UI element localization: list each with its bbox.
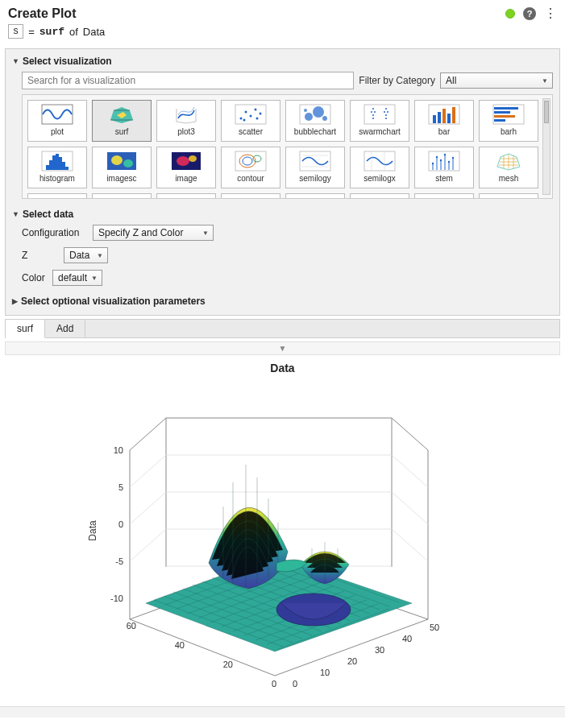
svg-point-13	[313, 106, 324, 118]
z-label: Z	[22, 250, 46, 261]
select-visualization-header[interactable]: ▼ Select visualization	[12, 54, 553, 68]
viz-bar[interactable]: bar	[414, 100, 474, 142]
configuration-select[interactable]: Specify Z and Color	[93, 225, 214, 241]
scrollbar-thumb[interactable]	[544, 101, 549, 123]
plot-tabs: surf Add	[5, 319, 560, 338]
svg-point-22	[385, 108, 387, 110]
viz-label: plot3	[177, 127, 195, 136]
svg-rect-35	[494, 111, 510, 114]
collapse-triangle-icon: ▼	[12, 57, 19, 65]
viz-more[interactable]	[156, 193, 216, 199]
svg-point-47	[111, 155, 123, 165]
surface-plot: 10 5 0 -5 -10 Data 60 40 20 0 0 10 20 30…	[73, 378, 492, 700]
x-tick: 40	[402, 634, 412, 643]
svg-point-54	[243, 157, 252, 165]
of-text: of	[69, 26, 78, 38]
z-tick: 5	[118, 482, 123, 492]
viz-label: image	[175, 174, 197, 183]
svg-point-48	[123, 159, 133, 168]
help-icon[interactable]: ?	[523, 7, 536, 20]
panel-collapse-handle[interactable]: ▼	[5, 341, 560, 355]
collapse-triangle-icon: ▼	[12, 210, 19, 218]
viz-more[interactable]	[350, 193, 409, 199]
svg-point-4	[240, 118, 243, 120]
viz-more[interactable]	[221, 193, 280, 199]
viz-plot[interactable]: plot	[27, 100, 87, 142]
equals-sign: =	[28, 26, 35, 38]
plot-title: Data	[10, 362, 555, 374]
viz-label: contour	[237, 174, 264, 183]
viz-label: histogram	[39, 174, 75, 183]
z-select[interactable]: Data	[64, 247, 108, 263]
filter-label: Filter by Category	[359, 75, 435, 86]
svg-rect-34	[494, 107, 518, 110]
viz-semilogx[interactable]: semilogx	[350, 147, 409, 188]
y-tick: 0	[271, 679, 276, 689]
svg-point-18	[371, 111, 372, 113]
viz-more[interactable]	[285, 193, 345, 199]
plot-icon	[41, 103, 73, 126]
svg-line-85	[392, 529, 428, 561]
viz-semilogy[interactable]: semilogy	[285, 147, 345, 188]
viz-scatter[interactable]: scatter	[221, 100, 280, 142]
color-select[interactable]: default	[52, 270, 102, 286]
viz-image[interactable]: image	[156, 147, 216, 188]
x-tick: 50	[430, 623, 439, 632]
viz-bubblechart[interactable]: bubblechart	[285, 100, 345, 142]
svg-point-17	[372, 108, 374, 110]
viz-label: surf	[115, 127, 129, 136]
gallery-scrollbar[interactable]	[542, 98, 550, 195]
y-tick: 20	[222, 660, 232, 669]
svg-point-21	[372, 118, 374, 119]
svg-point-20	[372, 114, 374, 116]
svg-point-14	[322, 116, 327, 121]
x-tick: 20	[347, 656, 357, 666]
select-visualization-label: Select visualization	[23, 56, 112, 67]
viz-plot3[interactable]: plot3	[156, 100, 216, 142]
viz-label: scatter	[239, 127, 263, 136]
viz-more[interactable]	[479, 193, 538, 199]
z-tick: -10	[110, 594, 123, 603]
page-title: Create Plot	[8, 6, 505, 21]
svg-rect-0	[42, 105, 73, 124]
select-data-header[interactable]: ▼ Select data	[12, 207, 553, 221]
select-data-label: Select data	[23, 209, 73, 220]
data-variable-name: Data	[83, 26, 105, 38]
svg-line-82	[130, 529, 166, 561]
select-params-header[interactable]: ▶ Select optional visualization paramete…	[12, 294, 553, 308]
svg-point-74	[452, 157, 454, 159]
svg-rect-44	[62, 162, 65, 170]
search-input[interactable]	[22, 72, 354, 89]
svg-line-81	[130, 492, 166, 524]
viz-swarmchart[interactable]: swarmchart	[350, 100, 409, 142]
svg-point-23	[384, 111, 385, 113]
svg-rect-41	[52, 155, 56, 170]
image-icon	[170, 150, 202, 172]
viz-barh[interactable]: barh	[479, 100, 538, 142]
config-panel: ▼ Select visualization Filter by Categor…	[5, 48, 560, 316]
viz-more[interactable]	[414, 193, 474, 199]
svg-rect-39	[46, 165, 49, 170]
viz-mesh[interactable]: mesh	[479, 147, 538, 188]
output-variable-box[interactable]: s	[8, 24, 23, 39]
tab-add[interactable]: Add	[45, 320, 85, 337]
viz-surf[interactable]: surf	[92, 100, 152, 142]
viz-more[interactable]	[92, 193, 152, 199]
tab-surf[interactable]: surf	[6, 320, 45, 338]
svg-rect-16	[364, 105, 395, 124]
viz-imagesc[interactable]: imagesc	[92, 147, 152, 188]
viz-stem[interactable]: stem	[414, 147, 474, 188]
kebab-menu-icon[interactable]: ⋮	[544, 7, 557, 20]
plot-preview: Data	[10, 362, 555, 700]
imagesc-icon	[106, 150, 138, 172]
viz-contour[interactable]: contour	[221, 147, 280, 188]
viz-histogram[interactable]: histogram	[27, 147, 87, 188]
y-tick: 60	[126, 621, 135, 631]
svg-point-55	[253, 155, 261, 162]
viz-label: bubblechart	[294, 127, 336, 136]
filter-category-select[interactable]: All	[440, 72, 553, 89]
svg-rect-40	[49, 160, 52, 170]
svg-rect-29	[438, 112, 441, 123]
viz-more[interactable]	[27, 193, 87, 199]
z-axis-label: Data	[87, 520, 98, 541]
